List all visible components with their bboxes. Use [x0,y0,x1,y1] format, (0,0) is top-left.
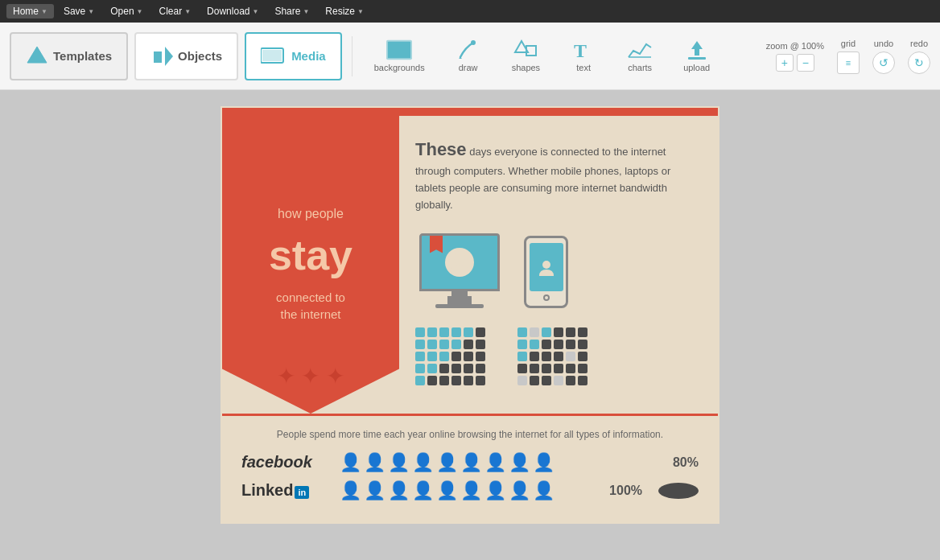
backgrounds-button[interactable]: backgrounds [362,32,437,80]
menu-open[interactable]: Open ▼ [104,4,149,19]
ribbon-text-stay: stay [269,234,352,276]
person-figure: 👤 [484,454,506,471]
grid-button[interactable]: ≡ [837,51,860,74]
objects-label: Objects [178,49,222,63]
objects-button[interactable]: Objects [134,32,238,80]
svg-rect-6 [388,41,410,58]
top-section: how people stay connected to the interne… [222,116,718,414]
linkedin-people-icons: 👤 👤 👤 👤 👤 👤 👤 👤 👤 [340,482,592,500]
menu-save[interactable]: Save ▼ [57,4,101,19]
top-red-bar [222,108,718,116]
facebook-label: facebook [241,453,330,471]
backgrounds-label: backgrounds [374,63,425,72]
charts-button[interactable]: charts [615,32,665,80]
zoom-control: zoom @ 100% + − [766,41,824,72]
undo-label: undo [874,39,893,48]
templates-button[interactable]: Templates [10,32,128,80]
person-figure: 👤 [509,454,530,471]
left-ribbon: how people stay connected to the interne… [222,116,399,414]
redo-button[interactable]: ↻ [908,51,930,74]
toolbar-right-controls: zoom @ 100% + − grid ≡ undo ↺ redo ↻ [766,39,930,74]
menu-save-label: Save [64,6,85,17]
redo-label: redo [910,39,928,48]
person-figure: 👤 [364,482,385,500]
infographic: how people stay connected to the interne… [221,106,719,524]
svg-marker-2 [165,47,173,66]
draw-icon [456,40,481,60]
facebook-percent: 80% [658,455,699,470]
grid-control: grid ≡ [837,39,860,74]
media-label: Media [291,49,326,63]
chevron-down-icon: ▼ [137,8,143,15]
menu-download-label: Download [207,6,249,17]
monitor-icon [415,233,504,308]
chevron-down-icon: ▼ [357,8,364,15]
templates-label: Templates [53,49,112,63]
toolbar-separator [352,36,352,76]
person-figure: 👤 [412,482,434,500]
person-figure: 👤 [436,454,458,471]
media-icon [261,47,287,66]
dot-grids [415,327,702,385]
zoom-out-button[interactable]: − [797,54,814,72]
undo-button[interactable]: ↺ [872,51,895,74]
media-button[interactable]: Media [245,32,342,80]
linkedin-badge: in [295,486,309,499]
upload-button[interactable]: upload [671,32,722,80]
intro-text: These days everyone is connected to the … [415,135,702,214]
person-figure: 👤 [340,482,361,500]
facebook-people-icons: 👤 👤 👤 👤 👤 👤 👤 👤 👤 [340,454,649,471]
person-figure: 👤 [460,454,482,471]
menu-download[interactable]: Download ▼ [200,4,265,19]
phone-screen [530,243,563,291]
menu-clear[interactable]: Clear ▼ [153,4,198,19]
text-button[interactable]: T text [559,32,608,80]
zoom-buttons: + − [776,54,814,72]
chevron-down-icon: ▼ [303,8,309,15]
monitor-bookmark [430,236,443,253]
draw-button[interactable]: draw [443,32,493,80]
chevron-down-icon: ▼ [252,8,258,15]
svg-rect-4 [262,50,282,61]
dot-grid-2 [517,327,588,385]
zoom-label: zoom @ 100% [766,41,824,51]
text-label: text [576,63,591,72]
menu-home[interactable]: Home ▼ [6,4,54,19]
monitor-screen [419,233,500,291]
svg-rect-1 [154,51,162,63]
shapes-icon [513,40,538,60]
menu-share[interactable]: Share ▼ [268,4,315,19]
shapes-button[interactable]: shapes [500,32,552,80]
menu-share-label: Share [274,6,300,17]
svg-marker-13 [691,41,703,56]
linkedin-row: Linkedin 👤 👤 👤 👤 👤 👤 👤 👤 👤 100% [241,481,699,500]
shapes-label: shapes [512,63,540,72]
grid-label: grid [841,39,855,48]
text-icon: T [571,40,596,60]
ribbon-decoration: ✦ ✦ ✦ [277,363,345,389]
dot-grid-1 [415,327,485,385]
menu-resize[interactable]: Resize ▼ [319,4,370,19]
svg-marker-0 [27,47,47,63]
zoom-in-button[interactable]: + [776,54,794,72]
svg-text:T: T [574,40,587,60]
intro-these: These [415,139,467,159]
menu-clear-label: Clear [159,6,183,17]
person-figure: 👤 [484,482,506,500]
backgrounds-icon [386,40,412,60]
monitor-base [435,304,484,308]
charts-icon [627,40,653,60]
person-figure: 👤 [364,454,385,471]
canvas-area: how people stay connected to the interne… [0,90,940,560]
person-figure: 👤 [340,454,361,471]
linkedin-percent: 100% [602,484,642,498]
templates-icon [26,45,48,68]
person-figure-inactive: 👤 [533,454,555,471]
objects-icon [150,45,173,68]
phone-icon [520,236,572,308]
chevron-down-icon: ▼ [88,8,94,15]
person-figure: 👤 [460,482,482,500]
svg-point-15 [454,253,465,264]
person-figure: 👤 [388,454,410,471]
toolbar: Templates Objects Media backgrounds [0,23,940,90]
